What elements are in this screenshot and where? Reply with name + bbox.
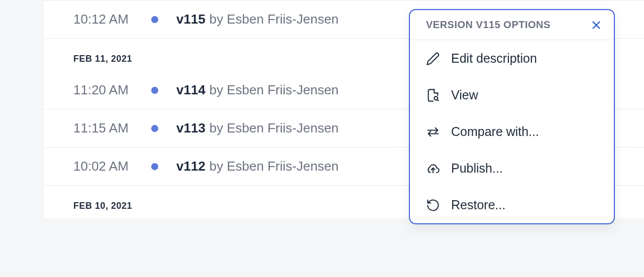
option-label: View	[451, 88, 478, 102]
version-dot-icon	[151, 163, 158, 170]
restore-icon	[426, 198, 440, 212]
version-time: 11:20 AM	[73, 82, 151, 98]
option-view[interactable]: View	[410, 77, 614, 113]
version-time: 10:02 AM	[73, 159, 151, 174]
version-author: by Esben Friis-Jensen	[209, 82, 339, 98]
version-label: v112	[176, 159, 205, 174]
version-dot-icon	[151, 87, 158, 94]
option-label: Restore...	[451, 198, 505, 212]
compare-arrows-icon	[426, 125, 440, 139]
svg-line-3	[437, 99, 438, 100]
version-label: v114	[176, 82, 205, 98]
close-icon	[591, 20, 602, 31]
option-compare[interactable]: Compare with...	[410, 113, 614, 150]
option-label: Compare with...	[451, 124, 539, 139]
version-author: by Esben Friis-Jensen	[209, 12, 339, 27]
cloud-upload-icon	[426, 162, 440, 176]
version-dot-icon	[151, 125, 158, 132]
option-restore[interactable]: Restore...	[410, 187, 614, 223]
version-options-panel: VERSION V115 OPTIONS Edit description Vi…	[409, 9, 615, 224]
version-time: 11:15 AM	[73, 120, 151, 136]
version-dot-icon	[151, 16, 158, 23]
file-search-icon	[426, 88, 440, 102]
version-time: 10:12 AM	[73, 12, 151, 27]
close-button[interactable]	[591, 20, 602, 31]
option-publish[interactable]: Publish...	[410, 150, 614, 187]
version-author: by Esben Friis-Jensen	[209, 120, 339, 136]
option-label: Edit description	[451, 51, 537, 66]
option-label: Publish...	[451, 161, 503, 176]
version-label: v115	[176, 12, 205, 27]
options-title: VERSION V115 OPTIONS	[426, 19, 551, 31]
options-header: VERSION V115 OPTIONS	[410, 10, 614, 40]
pencil-icon	[426, 52, 440, 66]
option-edit-description[interactable]: Edit description	[410, 40, 614, 77]
version-label: v113	[176, 120, 205, 136]
version-author: by Esben Friis-Jensen	[209, 159, 339, 174]
